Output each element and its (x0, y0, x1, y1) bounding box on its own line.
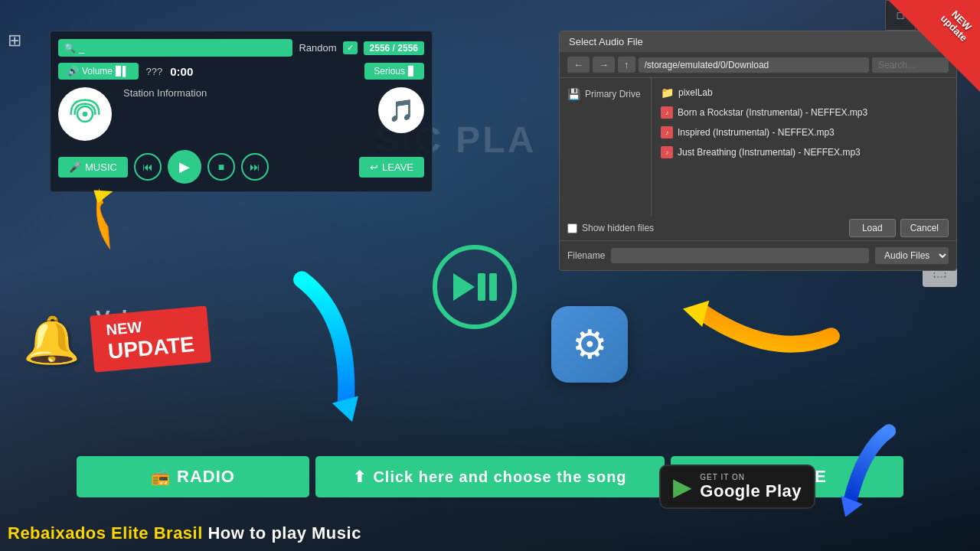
filename-input[interactable] (611, 248, 869, 263)
station-title: Station Information (123, 87, 367, 99)
pause-bar-2 (489, 273, 497, 301)
eq-icon: ▊▌ (116, 66, 129, 77)
mp3-icon-2: ♪ (661, 146, 673, 158)
load-button[interactable]: Load (849, 219, 896, 237)
controls-row: 🔊 Volume ▊▌ ??? 0:00 Serious ▊ (58, 63, 424, 80)
volume-button[interactable]: 🔊 Volume ▊▌ (58, 63, 139, 80)
search-input[interactable] (79, 42, 286, 54)
search-icon: 🔍 (64, 43, 76, 54)
prev-button[interactable]: ⏮ (134, 153, 162, 181)
mp3-icon-0: ♪ (661, 106, 673, 119)
radio-wave-svg (66, 95, 104, 133)
leave-button[interactable]: ↩ LEAVE (359, 157, 424, 178)
filename-label: Filename (567, 250, 605, 261)
google-play-badge[interactable]: ▶ GET IT ON Google Play (659, 465, 815, 509)
player-controls: 🎤 MUSIC ⏮ ▶ ■ ⏭ ↩ LEAVE (58, 150, 424, 184)
next-button[interactable]: ⏭ (241, 153, 269, 181)
file-item-0[interactable]: ♪ Born a Rockstar (Instrumental) - NEFFE… (656, 103, 952, 122)
svg-point-1 (83, 112, 88, 117)
google-play-icon: ▶ (673, 472, 692, 501)
left-sidebar: ⊞ (8, 31, 21, 51)
drive-icon: 💾 (567, 88, 580, 100)
file-dialog: Select Audio File ← → ↑ 💾 Primary Drive … (559, 31, 957, 271)
pause-bar-1 (478, 273, 485, 301)
dialog-toolbar: ← → ↑ (560, 52, 956, 78)
dialog-sidebar-panel: 💾 Primary Drive (560, 78, 652, 216)
forward-button[interactable]: → (593, 57, 615, 73)
google-play-top-text: GET IT ON (700, 473, 802, 481)
path-input[interactable] (639, 57, 870, 73)
choose-song-button[interactable]: ⬆ Click here and choose the song (315, 456, 665, 497)
leave-icon: ↩ (370, 161, 378, 173)
radio-button[interactable]: 📻 RADIO (77, 456, 309, 497)
mp3-icon-1: ♪ (661, 126, 673, 139)
dialog-title: Select Audio File (560, 31, 956, 52)
file-list-panel: 📁 pixelLab ♪ Born a Rockstar (Instrument… (652, 78, 956, 216)
play-pause-inner (453, 273, 497, 301)
search-row: 🔍 Random ✓ 2556 / 2556 (58, 39, 424, 57)
hidden-files-checkbox[interactable] (567, 223, 577, 233)
random-label: Random (299, 42, 336, 54)
upload-icon: ⬆ (353, 468, 367, 486)
dialog-search-input[interactable] (872, 57, 949, 73)
time-display: 0:00 (170, 65, 193, 78)
hidden-files-row: Show hidden files Load Cancel (560, 216, 956, 240)
new-update-banner: NEW UPDATE (90, 306, 211, 373)
up-button[interactable]: ↑ (618, 57, 635, 73)
radio-wave-icon: 📻 (151, 468, 171, 486)
hidden-files-label: Show hidden files (582, 223, 654, 233)
question-marks: ??? (146, 66, 163, 77)
new-update-left-badge: 🔔 NEW UPDATE (23, 313, 209, 367)
play-triangle (453, 273, 475, 301)
station-icon (58, 87, 112, 141)
counter-badge: 2556 / 2556 (364, 41, 424, 55)
music-note-icon: 🎵 (378, 87, 424, 133)
grid-icon[interactable]: ⊞ (8, 31, 21, 51)
bell-icon: 🔔 (23, 313, 80, 367)
dialog-body: 💾 Primary Drive 📁 pixelLab ♪ Born a Rock… (560, 78, 956, 216)
bottom-title: Rebaixados Elite Brasil How to play Musi… (8, 523, 361, 543)
station-info: Station Information (123, 87, 367, 102)
action-buttons: Load Cancel (849, 219, 949, 237)
folder-item-pixellab[interactable]: 📁 pixelLab (656, 83, 952, 103)
check-badge: ✓ (343, 41, 358, 54)
file-type-select[interactable]: Audio Files (875, 247, 949, 264)
stop-button[interactable]: ■ (207, 153, 235, 181)
back-button[interactable]: ← (567, 57, 590, 73)
music-player-panel: 🔍 Random ✓ 2556 / 2556 🔊 Volume ▊▌ ??? 0… (50, 31, 433, 192)
google-play-bottom-text: Google Play (700, 481, 802, 501)
folder-icon: 📁 (661, 86, 674, 99)
search-input-wrap[interactable]: 🔍 (58, 39, 292, 57)
big-play-pause-button[interactable] (433, 245, 517, 329)
music-tag-button[interactable]: 🎤 MUSIC (58, 157, 128, 178)
file-item-1[interactable]: ♪ Inspired (Instrumental) - NEFFEX.mp3 (656, 122, 952, 142)
cancel-button[interactable]: Cancel (900, 219, 949, 237)
volume-icon: 🔊 (67, 66, 79, 77)
title-part1: Rebaixados Elite Brasil (8, 523, 203, 543)
app-store-icon[interactable]: ⚙ (551, 306, 628, 383)
station-area: Station Information 🎵 (58, 87, 424, 141)
serious-button[interactable]: Serious ▊ (364, 63, 424, 80)
google-play-text: GET IT ON Google Play (700, 473, 802, 501)
file-item-2[interactable]: ♪ Just Breathing (Instrumental) - NEFFEX… (656, 142, 952, 162)
serious-icon: ▊ (408, 66, 415, 77)
title-part2: How to play Music (207, 523, 361, 543)
pause-bars (478, 273, 497, 301)
primary-drive-item[interactable]: 💾 Primary Drive (560, 84, 651, 104)
app-store-symbol: ⚙ (572, 321, 608, 367)
mic-icon: 🎤 (69, 161, 81, 173)
play-button[interactable]: ▶ (168, 150, 201, 184)
